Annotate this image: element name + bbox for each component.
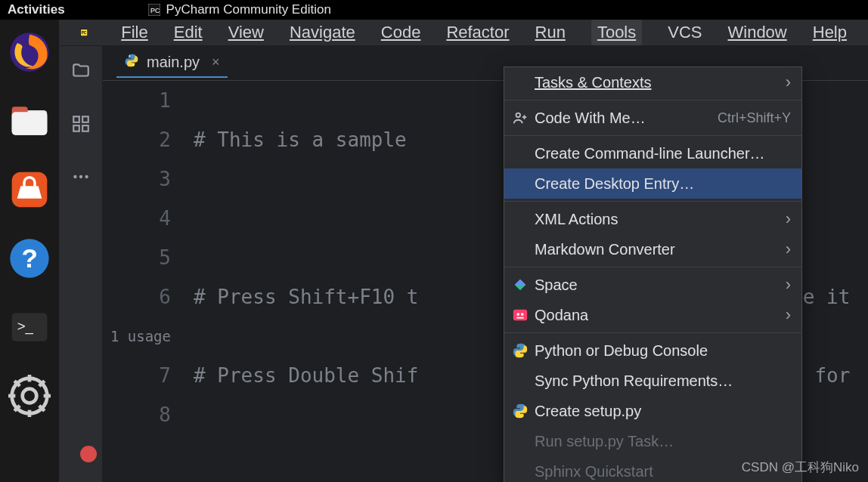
python-icon <box>512 403 529 419</box>
more-tool-icon[interactable] <box>71 167 91 190</box>
left-toolbar <box>59 46 103 482</box>
menu-view[interactable]: View <box>228 23 264 42</box>
menu-code[interactable]: Code <box>381 23 421 42</box>
svg-rect-36 <box>513 310 527 321</box>
line-num-7: 7 <box>103 356 171 395</box>
dd-separator <box>504 267 801 267</box>
dd-python-console[interactable]: Python or Debug Console <box>504 335 801 366</box>
line-num-2: 2 <box>103 120 171 159</box>
dd-xml-actions[interactable]: XML Actions <box>504 204 801 234</box>
qodana-icon <box>512 307 529 323</box>
gnome-app-title: PC PyCharm Community Edition <box>148 2 331 17</box>
svg-text:>_: >_ <box>17 318 34 335</box>
code-line-3: # Press Shift+F10 t <box>194 286 418 308</box>
menu-run[interactable]: Run <box>535 23 566 42</box>
ubuntu-dock: ? >_ <box>0 20 59 482</box>
dock-software-icon[interactable] <box>8 168 51 211</box>
python-icon <box>512 342 529 359</box>
menu-help[interactable]: Help <box>813 23 847 42</box>
shortcut-text: Ctrl+Shift+Y <box>718 110 791 126</box>
code-line-3-tail: e it <box>803 277 862 317</box>
dd-code-with-me[interactable]: Code With Me… Ctrl+Shift+Y <box>504 103 801 133</box>
code-line-4: # Press Double Shif <box>194 364 418 387</box>
dd-separator <box>504 100 801 100</box>
code-line-4-tail: for <box>814 356 862 395</box>
dd-markdown-converter[interactable]: Markdown Converter <box>504 234 801 264</box>
menu-file[interactable]: File <box>121 23 147 42</box>
menu-refactor[interactable]: Refactor <box>446 23 509 42</box>
svg-point-37 <box>516 313 519 316</box>
svg-text:PC: PC <box>82 31 87 35</box>
dd-separator <box>504 135 801 136</box>
line-num-5: 5 <box>103 238 171 277</box>
dd-tasks-contexts[interactable]: Tasks & Contexts <box>504 67 801 97</box>
python-file-icon <box>124 53 139 72</box>
line-num-8: 8 <box>103 395 171 434</box>
svg-point-30 <box>85 175 88 178</box>
dd-space[interactable]: Space <box>504 270 801 300</box>
dd-separator <box>504 332 801 333</box>
pycharm-logo-icon: PC <box>80 21 88 44</box>
dd-qodana[interactable]: Qodana <box>504 300 801 330</box>
dock-files-icon[interactable] <box>8 100 51 142</box>
line-num-6: 6 <box>103 277 171 317</box>
tools-dropdown: Tasks & Contexts Code With Me… Ctrl+Shif… <box>504 66 802 482</box>
svg-rect-26 <box>73 125 79 131</box>
menubar: PC File Edit View Navigate Code Refactor… <box>59 20 868 46</box>
structure-tool-icon[interactable] <box>71 114 91 137</box>
breakpoint-icon[interactable] <box>103 434 171 474</box>
line-num-4: 4 <box>103 199 171 238</box>
dock-help-icon[interactable]: ? <box>8 237 51 280</box>
gutter: 1 2 3 4 5 6 1 usage 7 8 <box>103 81 194 482</box>
svg-rect-25 <box>82 116 88 122</box>
usage-hint[interactable]: 1 usage <box>103 317 171 356</box>
dd-separator <box>504 201 801 202</box>
gnome-topbar: Activities PC PyCharm Community Edition <box>0 0 868 20</box>
dd-run-setup: Run setup.py Task… <box>504 426 801 456</box>
app-title-text: PyCharm Community Edition <box>166 2 331 17</box>
menu-navigate[interactable]: Navigate <box>290 23 355 42</box>
line-num-1: 1 <box>103 81 171 120</box>
dock-settings-icon[interactable] <box>8 375 51 417</box>
tab-close-icon[interactable]: × <box>212 54 220 70</box>
svg-rect-24 <box>73 116 79 122</box>
svg-point-38 <box>521 313 524 316</box>
svg-rect-27 <box>82 125 88 131</box>
code-line-1: # This is a sample <box>194 128 418 151</box>
tab-filename: main.py <box>147 54 200 71</box>
menu-vcs[interactable]: VCS <box>668 23 702 42</box>
svg-rect-39 <box>516 317 523 319</box>
dd-create-setup[interactable]: Create setup.py <box>504 396 801 426</box>
svg-point-12 <box>23 389 37 403</box>
svg-rect-5 <box>12 112 48 134</box>
project-tool-icon[interactable] <box>71 61 91 84</box>
pycharm-titlebar-icon: PC <box>148 4 160 16</box>
dd-sync-requirements[interactable]: Sync Python Requirements… <box>504 366 801 396</box>
tab-main-py[interactable]: main.py × <box>116 48 228 78</box>
svg-text:PC: PC <box>150 7 160 14</box>
svg-text:?: ? <box>22 243 38 273</box>
dd-desktop-entry[interactable]: Create Desktop Entry… <box>504 168 801 199</box>
dd-cmd-launcher[interactable]: Create Command-line Launcher… <box>504 138 801 168</box>
menu-tools[interactable]: Tools <box>591 20 642 45</box>
code-with-me-icon <box>512 110 529 126</box>
space-icon <box>512 277 529 293</box>
svg-point-29 <box>79 175 82 178</box>
menu-window[interactable]: Window <box>728 23 787 42</box>
svg-point-31 <box>129 55 131 57</box>
dock-firefox-icon[interactable] <box>8 31 51 73</box>
svg-point-33 <box>516 113 521 118</box>
svg-point-32 <box>133 64 135 66</box>
menu-edit[interactable]: Edit <box>174 23 203 42</box>
dock-terminal-icon[interactable]: >_ <box>8 306 51 348</box>
svg-point-28 <box>73 175 76 178</box>
activities-label[interactable]: Activities <box>8 2 65 17</box>
watermark-text: CSDN @工科狗Niko <box>742 459 859 476</box>
line-num-3: 3 <box>103 159 171 199</box>
